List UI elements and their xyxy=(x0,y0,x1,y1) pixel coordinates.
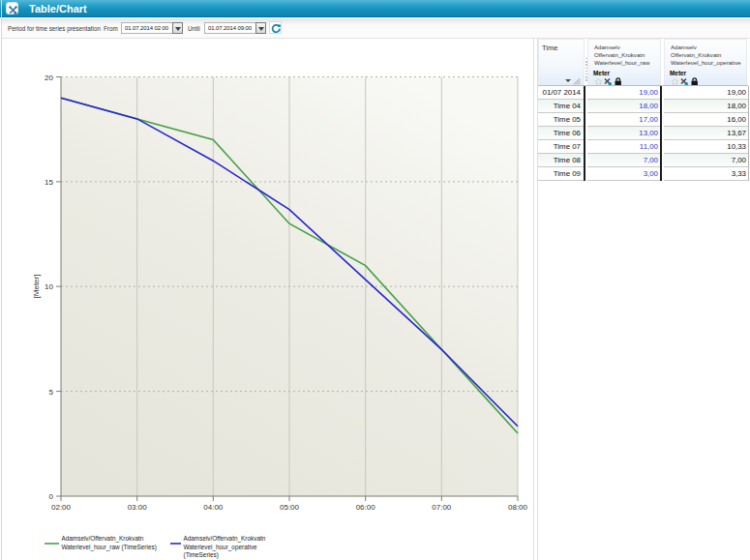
svg-text:02:00: 02:00 xyxy=(51,503,72,512)
svg-text:10: 10 xyxy=(45,282,53,291)
svg-text:07:00: 07:00 xyxy=(432,503,452,512)
svg-text:05:00: 05:00 xyxy=(280,503,300,512)
svg-text:03:00: 03:00 xyxy=(128,503,148,512)
svg-text:08:00: 08:00 xyxy=(508,503,528,512)
svg-text:(TimeSeries): (TimeSeries) xyxy=(184,551,219,559)
svg-text:15: 15 xyxy=(45,178,53,187)
svg-text:Waterlevel_hour_operative: Waterlevel_hour_operative xyxy=(184,544,258,551)
svg-text:20: 20 xyxy=(45,74,53,82)
svg-text:Waterlevel_hour_raw (TimeSerie: Waterlevel_hour_raw (TimeSeries) xyxy=(62,544,157,551)
svg-text:[Meter]: [Meter] xyxy=(32,275,41,299)
svg-text:04:00: 04:00 xyxy=(203,503,224,512)
svg-text:Adamselv/Offervatn_Krokvatn: Adamselv/Offervatn_Krokvatn xyxy=(184,535,266,543)
svg-text:06:00: 06:00 xyxy=(356,503,376,512)
svg-text:5: 5 xyxy=(49,388,54,397)
svg-text:Adamselv/Offervatn_Krokvatn: Adamselv/Offervatn_Krokvatn xyxy=(62,535,144,543)
svg-text:0: 0 xyxy=(49,492,54,501)
